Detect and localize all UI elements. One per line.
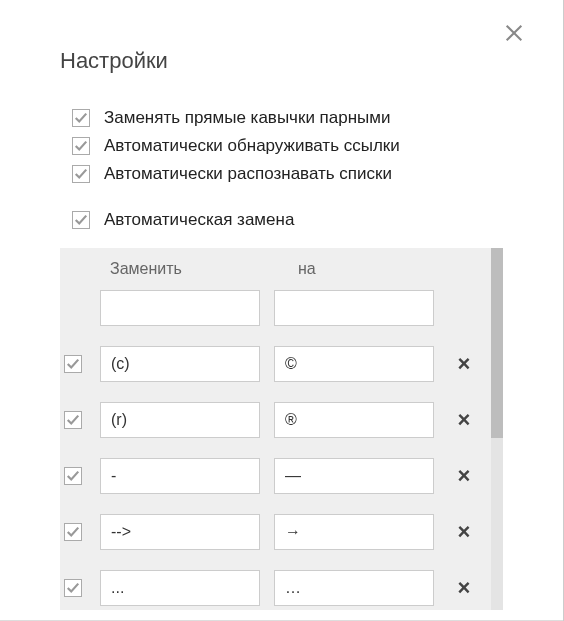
check-icon — [74, 111, 88, 125]
rule-to-input[interactable] — [274, 346, 434, 382]
rule-to-input[interactable] — [274, 402, 434, 438]
rule-row: × — [60, 566, 503, 610]
delete-rule-button[interactable]: × — [444, 344, 484, 384]
rule-to-input[interactable] — [274, 514, 434, 550]
check-icon — [66, 469, 80, 483]
option-detect-lists: Автоматически распознавать списки — [72, 160, 563, 188]
option-detect-links: Автоматически обнаруживать ссылки — [72, 132, 563, 160]
rule-from-input[interactable] — [100, 570, 260, 606]
close-button[interactable] — [503, 22, 533, 52]
col-header-replace: Заменить — [100, 260, 182, 278]
delete-icon: × — [458, 463, 471, 489]
col-header-with: на — [288, 260, 316, 278]
option-smart-quotes-checkbox[interactable] — [72, 109, 90, 127]
delete-icon: × — [458, 519, 471, 545]
check-icon — [66, 357, 80, 371]
page-title: Настройки — [0, 0, 563, 74]
option-detect-lists-label: Автоматически распознавать списки — [104, 164, 392, 184]
rule-from-input[interactable] — [100, 402, 260, 438]
option-detect-links-checkbox[interactable] — [72, 137, 90, 155]
delete-rule-button[interactable]: × — [444, 512, 484, 552]
rule-row: × — [60, 454, 503, 498]
scrollbar-thumb[interactable] — [491, 248, 503, 438]
new-rule-row — [60, 286, 503, 330]
check-icon — [74, 213, 88, 227]
option-autocorrect: Автоматическая замена — [60, 206, 503, 248]
delete-rule-button[interactable]: × — [444, 456, 484, 496]
rule-from-input[interactable] — [100, 458, 260, 494]
rule-enable-checkbox[interactable] — [64, 467, 82, 485]
delete-icon: × — [458, 407, 471, 433]
new-rule-from-input[interactable] — [100, 290, 260, 326]
option-detect-lists-checkbox[interactable] — [72, 165, 90, 183]
option-smart-quotes: Заменять прямые кавычки парными — [72, 104, 563, 132]
rule-row: × — [60, 398, 503, 442]
rule-from-input[interactable] — [100, 514, 260, 550]
rule-enable-checkbox[interactable] — [64, 355, 82, 373]
check-icon — [66, 581, 80, 595]
option-autocorrect-label: Автоматическая замена — [104, 210, 294, 230]
autocorrect-table: Заменить на × × — [60, 248, 503, 610]
rule-to-input[interactable] — [274, 570, 434, 606]
check-icon — [74, 139, 88, 153]
rule-enable-checkbox[interactable] — [64, 411, 82, 429]
rule-enable-checkbox[interactable] — [64, 523, 82, 541]
delete-rule-button[interactable]: × — [444, 400, 484, 440]
check-icon — [66, 413, 80, 427]
scrollbar-track[interactable] — [491, 248, 503, 610]
close-icon — [503, 22, 525, 44]
rule-row: × — [60, 342, 503, 386]
delete-icon: × — [458, 575, 471, 601]
option-autocorrect-checkbox[interactable] — [72, 211, 90, 229]
delete-icon: × — [458, 351, 471, 377]
option-smart-quotes-label: Заменять прямые кавычки парными — [104, 108, 391, 128]
check-icon — [66, 525, 80, 539]
option-detect-links-label: Автоматически обнаруживать ссылки — [104, 136, 400, 156]
rule-from-input[interactable] — [100, 346, 260, 382]
check-icon — [74, 167, 88, 181]
rule-to-input[interactable] — [274, 458, 434, 494]
new-rule-to-input[interactable] — [274, 290, 434, 326]
delete-rule-button[interactable]: × — [444, 568, 484, 608]
rule-row: × — [60, 510, 503, 554]
rule-enable-checkbox[interactable] — [64, 579, 82, 597]
